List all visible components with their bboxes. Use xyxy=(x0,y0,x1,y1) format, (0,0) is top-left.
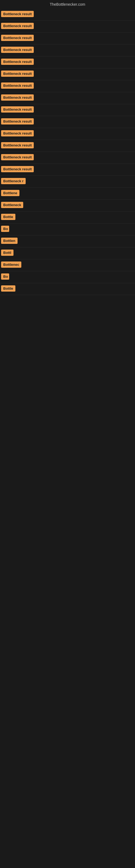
bottleneck-badge[interactable]: Bottlen xyxy=(1,238,17,244)
result-row: Bottleneck result xyxy=(0,9,135,21)
bottleneck-badge[interactable]: Bottleneck result xyxy=(1,70,34,77)
bottleneck-badge[interactable]: Bottlene xyxy=(1,190,19,196)
result-row: Bottleneck result xyxy=(0,92,135,104)
bottleneck-badge[interactable]: Bottleneck result xyxy=(1,142,34,148)
result-row: Bo xyxy=(0,223,135,236)
result-row: Bottleneck result xyxy=(0,128,135,140)
bottleneck-badge[interactable]: Bottleneck result xyxy=(1,59,34,65)
bottleneck-badge[interactable]: Bottleneck result xyxy=(1,46,34,53)
result-row: Bo xyxy=(0,271,135,283)
result-row: Bottleneck xyxy=(0,199,135,212)
result-row: Bottleneck result xyxy=(0,56,135,68)
result-row: Bottleneck result xyxy=(0,140,135,152)
bottleneck-badge[interactable]: Bottleneck result xyxy=(1,94,34,101)
bottleneck-badge[interactable]: Bottle xyxy=(1,214,15,220)
site-title: TheBottlenecker.com xyxy=(0,0,135,9)
result-row: Bottleneck result xyxy=(0,68,135,80)
result-row: Bottle xyxy=(0,283,135,295)
bottleneck-badge[interactable]: Bottleneck result xyxy=(1,83,34,89)
bottleneck-badge[interactable]: Bo xyxy=(1,273,9,280)
result-row: Bottleneck result xyxy=(0,33,135,44)
result-row: Bottlene xyxy=(0,188,135,199)
result-row: Bottleneck result xyxy=(0,104,135,116)
result-row: Bottl xyxy=(0,247,135,259)
bottleneck-badge[interactable]: Bottleneck result xyxy=(1,166,34,172)
result-row: Bottleneck result xyxy=(0,152,135,164)
result-row: Bottleneck result xyxy=(0,80,135,92)
bottleneck-badge[interactable]: Bottleneck result xyxy=(1,11,34,17)
bottleneck-badge[interactable]: Bottlenec xyxy=(1,261,21,268)
result-row: Bottle xyxy=(0,212,135,223)
bottleneck-badge[interactable]: Bottleneck result xyxy=(1,130,34,136)
bottleneck-badge[interactable]: Bottleneck result xyxy=(1,154,34,160)
bottleneck-badge[interactable]: Bottleneck result xyxy=(1,23,34,29)
bottleneck-badge[interactable]: Bottle xyxy=(1,285,15,291)
bottleneck-badge[interactable]: Bottleneck result xyxy=(1,106,34,113)
result-row: Bottlen xyxy=(0,236,135,247)
result-row: Bottlenec xyxy=(0,259,135,271)
bottleneck-badge[interactable]: Bottleneck r xyxy=(1,178,26,184)
result-row: Bottleneck result xyxy=(0,44,135,56)
result-row: Bottleneck r xyxy=(0,176,135,188)
bottleneck-badge[interactable]: Bottleneck result xyxy=(1,35,34,41)
bottleneck-badge[interactable]: Bo xyxy=(1,226,9,232)
bottleneck-badge[interactable]: Bottl xyxy=(1,250,13,256)
result-row: Bottleneck result xyxy=(0,164,135,176)
result-row: Bottleneck result xyxy=(0,21,135,33)
bottleneck-badge[interactable]: Bottleneck xyxy=(1,202,23,208)
bottleneck-badge[interactable]: Bottleneck result xyxy=(1,118,34,124)
result-row: Bottleneck result xyxy=(0,116,135,128)
